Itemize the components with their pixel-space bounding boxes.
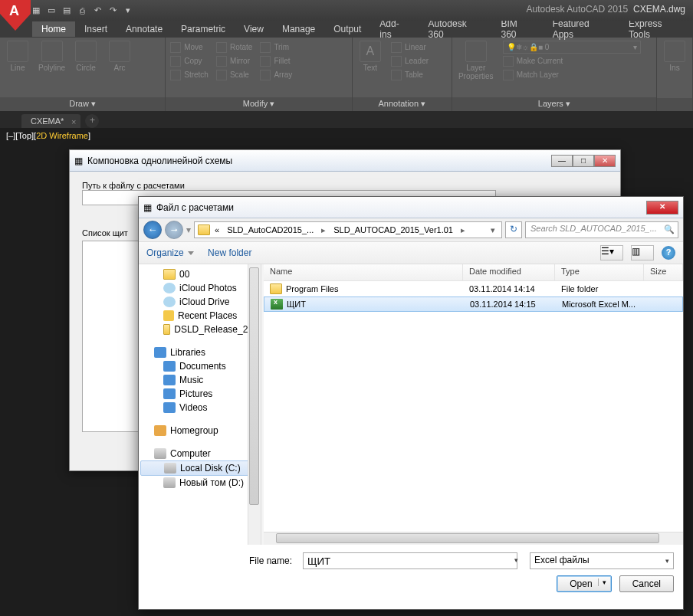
file-dialog-title: Файл с расчетами <box>156 202 234 213</box>
linear-dim[interactable]: Linear <box>391 41 429 54</box>
stretch-tool[interactable]: Stretch <box>170 68 209 81</box>
close-doc-icon[interactable]: × <box>71 117 76 126</box>
cancel-button[interactable]: Cancel <box>619 575 674 592</box>
match-layer[interactable]: Match Layer <box>503 68 649 81</box>
search-icon[interactable]: 🔍 <box>664 224 675 234</box>
mirror-tool[interactable]: Mirror <box>216 54 252 67</box>
move-tool[interactable]: Move <box>170 41 209 54</box>
close-icon[interactable]: ✕ <box>594 155 616 167</box>
preview-pane-button[interactable]: ▥ <box>631 245 654 260</box>
file-row-shield[interactable]: ЩИТ 03.11.2014 14:15 Microsoft Excel M..… <box>264 297 683 312</box>
panel-title-annotation[interactable]: Annotation ▾ <box>353 97 452 111</box>
maximize-icon[interactable]: □ <box>573 155 594 167</box>
tab-view[interactable]: View <box>235 21 273 37</box>
arc-tool[interactable]: Arc <box>107 41 133 72</box>
fillet-tool[interactable]: Fillet <box>260 54 292 67</box>
insert-panel[interactable]: Ins <box>662 41 688 72</box>
help-icon[interactable]: ? <box>662 246 675 260</box>
new-doc-tab[interactable]: + <box>85 114 99 128</box>
panel-title-draw[interactable]: Draw ▾ <box>0 97 165 111</box>
nav-scrollbar[interactable] <box>248 264 261 545</box>
nav-icloud-photos[interactable]: iCloud Photos <box>140 281 259 295</box>
organize-menu[interactable]: Organize <box>146 247 194 258</box>
nav-pictures[interactable]: Pictures <box>140 387 259 401</box>
app-title: Autodesk AutoCAD 2015 CXEMA.dwg <box>527 4 685 15</box>
layer-dropdown[interactable]: 💡❄☼🔒■ 0▾ <box>503 41 641 54</box>
breadcrumb-seg-2[interactable]: SLD_AUTOCAD_2015_Ver1.01 <box>330 224 456 235</box>
file-dialog-close-icon[interactable]: ✕ <box>646 201 678 215</box>
nav-computer[interactable]: Computer <box>140 447 259 460</box>
tab-home[interactable]: Home <box>32 21 75 37</box>
col-size[interactable]: Size <box>644 264 683 280</box>
circle-tool[interactable]: Circle <box>73 41 99 72</box>
file-row-program-files[interactable]: Program Files 03.11.2014 14:14 File fold… <box>264 281 683 297</box>
nav-libraries[interactable]: Libraries <box>140 346 259 359</box>
list-h-scrollbar[interactable] <box>264 532 683 545</box>
file-type-filter[interactable]: Excel файлы▾ <box>530 552 674 569</box>
trim-tool[interactable]: Trim <box>260 41 292 54</box>
rotate-tool[interactable]: Rotate <box>216 41 252 54</box>
breadcrumb[interactable]: « SLD_AutoCAD2015_...▸ SLD_AUTOCAD_2015_… <box>194 221 502 238</box>
scale-tool[interactable]: Scale <box>216 68 252 81</box>
qat-save-icon[interactable]: ▤ <box>60 4 74 18</box>
panel-title-layers[interactable]: Layers ▾ <box>452 97 656 111</box>
breadcrumb-overflow[interactable]: « <box>212 224 222 235</box>
viewport-label[interactable]: [–][Top][2D Wireframe] <box>6 131 90 140</box>
nav-recent-places[interactable]: Recent Places <box>140 309 259 323</box>
compose-titlebar[interactable]: ▦ Компоновка однолинейной схемы — □ ✕ <box>70 150 620 172</box>
visual-style-label[interactable]: 2D Wireframe <box>36 131 88 140</box>
doc-tab-cxema[interactable]: CXEMA*× <box>21 114 80 128</box>
qat-open-icon[interactable]: ▭ <box>44 4 58 18</box>
nav-homegroup[interactable]: Homegroup <box>140 424 259 437</box>
nav-videos[interactable]: Videos <box>140 401 259 414</box>
text-tool[interactable]: AText <box>357 41 383 72</box>
qat-new-icon[interactable]: ▦ <box>29 4 43 18</box>
breadcrumb-dropdown-icon[interactable]: ▾ <box>488 224 498 236</box>
leader[interactable]: Leader <box>391 54 429 67</box>
make-current[interactable]: Make Current <box>503 54 649 67</box>
qat-redo-icon[interactable]: ↷ <box>106 4 120 18</box>
tab-insert[interactable]: Insert <box>75 21 117 37</box>
table[interactable]: Table <box>391 68 429 81</box>
nav-documents[interactable]: Documents <box>140 359 259 373</box>
search-input[interactable]: Search SLD_AUTOCAD_2015_... 🔍 <box>525 221 678 238</box>
nav-00[interactable]: 00 <box>140 267 259 281</box>
nav-local-disk-c[interactable]: Local Disk (C:) <box>140 460 259 476</box>
nav-dsld-release[interactable]: DSLD_Release_20- <box>140 323 259 336</box>
copy-tool[interactable]: Copy <box>170 54 209 67</box>
col-type[interactable]: Type <box>555 264 644 280</box>
open-button[interactable]: Open <box>557 575 611 592</box>
nav-icloud-drive[interactable]: iCloud Drive <box>140 295 259 309</box>
refresh-button[interactable]: ↻ <box>505 221 522 238</box>
tab-manage[interactable]: Manage <box>273 21 324 37</box>
navigation-pane[interactable]: 00 iCloud Photos iCloud Drive Recent Pla… <box>139 264 261 545</box>
array-tool[interactable]: Array <box>260 68 292 81</box>
view-mode-button[interactable]: ☰▾ <box>600 245 623 260</box>
nav-new-volume-d[interactable]: Новый том (D:) <box>140 476 259 490</box>
nav-back-button[interactable]: ← <box>143 221 162 239</box>
tab-parametric[interactable]: Parametric <box>172 21 235 37</box>
breadcrumb-seg-1[interactable]: SLD_AutoCAD2015_... <box>224 224 317 235</box>
panel-title-modify[interactable]: Modify ▾ <box>166 97 352 111</box>
tab-annotate[interactable]: Annotate <box>117 21 172 37</box>
qat-undo-icon[interactable]: ↶ <box>90 4 104 18</box>
qat-more-icon[interactable]: ▾ <box>121 4 135 18</box>
nav-scroll-thumb[interactable] <box>249 267 259 505</box>
list-h-scroll-thumb[interactable] <box>276 533 659 543</box>
layer-properties[interactable]: Layer Properties <box>457 41 495 80</box>
col-name[interactable]: Name <box>264 264 463 280</box>
minimize-icon[interactable]: — <box>551 155 573 167</box>
tab-output[interactable]: Output <box>324 21 370 37</box>
column-headers: Name Date modified Type Size <box>264 264 683 281</box>
polyline-tool[interactable]: Polyline <box>38 41 65 72</box>
filename-history-dropdown[interactable]: ▾ <box>514 556 518 564</box>
nav-music[interactable]: Music <box>140 373 259 387</box>
col-date[interactable]: Date modified <box>463 264 555 280</box>
new-folder-button[interactable]: New folder <box>208 247 251 258</box>
qat-plot-icon[interactable]: ⎙ <box>75 4 89 18</box>
nav-history-dropdown[interactable]: ▾ <box>186 224 191 235</box>
file-dialog-titlebar[interactable]: ▦ Файл с расчетами ✕ <box>139 197 683 218</box>
filename-input[interactable] <box>303 552 517 569</box>
line-tool[interactable]: Line <box>5 41 31 72</box>
nav-forward-button[interactable]: → <box>165 221 183 239</box>
